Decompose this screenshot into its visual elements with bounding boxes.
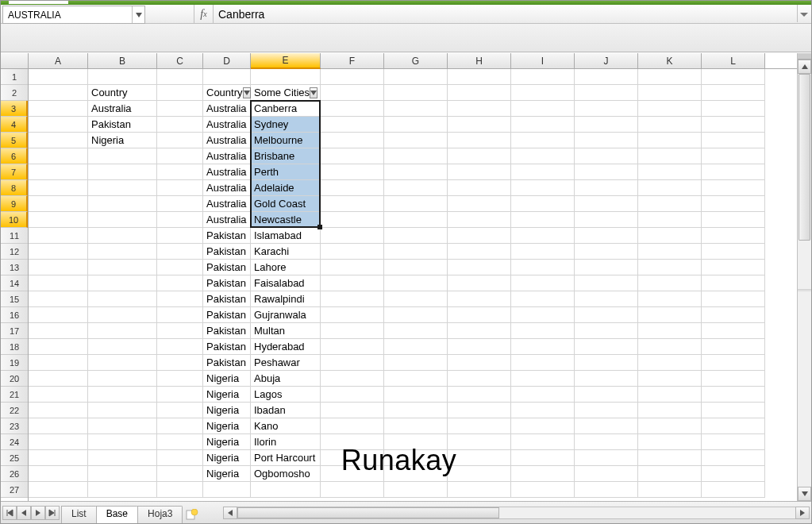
- cell-I12[interactable]: [511, 244, 575, 260]
- cell-E13[interactable]: Lahore: [251, 260, 321, 275]
- split-handle[interactable]: [798, 53, 811, 60]
- fx-icon[interactable]: fx: [194, 5, 214, 23]
- hscroll-track[interactable]: [237, 507, 795, 519]
- cell-B3[interactable]: Australia: [88, 101, 157, 117]
- cell-H16[interactable]: [448, 307, 511, 323]
- cell-L11[interactable]: [702, 228, 765, 244]
- cell-L2[interactable]: [702, 85, 765, 101]
- cell-H12[interactable]: [448, 244, 511, 260]
- cell-H23[interactable]: [448, 418, 511, 434]
- cell-E4[interactable]: Sydney: [251, 117, 321, 133]
- cell-I14[interactable]: [511, 275, 575, 291]
- scroll-down-button[interactable]: [798, 487, 811, 501]
- cell-F8[interactable]: [321, 180, 384, 196]
- cell-E1[interactable]: [251, 69, 321, 85]
- cell-E11[interactable]: Islamabad: [251, 228, 321, 244]
- cell-C14[interactable]: [157, 275, 203, 291]
- cell-K11[interactable]: [638, 228, 702, 244]
- cell-H13[interactable]: [448, 260, 511, 275]
- cell-D12[interactable]: Pakistan: [203, 244, 251, 260]
- cell-J2[interactable]: [575, 85, 638, 101]
- cell-H6[interactable]: [448, 148, 511, 164]
- cell-G10[interactable]: [384, 212, 448, 228]
- cell-G2[interactable]: [384, 85, 448, 101]
- cell-H25[interactable]: [448, 450, 511, 466]
- row-head-2[interactable]: 2: [1, 85, 28, 101]
- cell-I9[interactable]: [511, 196, 575, 212]
- cell-C18[interactable]: [157, 339, 203, 355]
- cell-A10[interactable]: [29, 212, 88, 228]
- cell-E5[interactable]: Melbourne: [251, 133, 321, 148]
- filter-button-D[interactable]: [243, 87, 251, 98]
- cell-J19[interactable]: [575, 355, 638, 371]
- cell-E12[interactable]: Karachi: [251, 244, 321, 260]
- cell-B5[interactable]: Nigeria: [88, 133, 157, 148]
- first-sheet-button[interactable]: [2, 506, 17, 520]
- cell-L8[interactable]: [702, 180, 765, 196]
- cell-I16[interactable]: [511, 307, 575, 323]
- cell-L7[interactable]: [702, 164, 765, 180]
- cell-F15[interactable]: [321, 291, 384, 307]
- cell-K26[interactable]: [638, 466, 702, 482]
- cell-I8[interactable]: [511, 180, 575, 196]
- cell-I21[interactable]: [511, 387, 575, 403]
- cell-G22[interactable]: [384, 403, 448, 418]
- col-head-E[interactable]: E: [251, 53, 321, 69]
- cell-B8[interactable]: [88, 180, 157, 196]
- cell-D21[interactable]: Nigeria: [203, 387, 251, 403]
- cell-G19[interactable]: [384, 355, 448, 371]
- cell-J5[interactable]: [575, 133, 638, 148]
- name-box[interactable]: AUSTRALIA: [2, 6, 145, 24]
- cell-D25[interactable]: Nigeria: [203, 450, 251, 466]
- name-box-value[interactable]: AUSTRALIA: [3, 10, 132, 21]
- cell-J27[interactable]: [575, 482, 638, 498]
- cell-J7[interactable]: [575, 164, 638, 180]
- cell-D7[interactable]: Australia: [203, 164, 251, 180]
- cell-A27[interactable]: [29, 482, 88, 498]
- cell-D5[interactable]: Australia: [203, 133, 251, 148]
- row-head-5[interactable]: 5: [1, 133, 28, 148]
- cell-I17[interactable]: [511, 323, 575, 339]
- row-head-22[interactable]: 22: [1, 403, 28, 418]
- cell-B6[interactable]: [88, 148, 157, 164]
- cell-G7[interactable]: [384, 164, 448, 180]
- cell-A1[interactable]: [29, 69, 88, 85]
- cell-I11[interactable]: [511, 228, 575, 244]
- cell-F1[interactable]: [321, 69, 384, 85]
- cell-A7[interactable]: [29, 164, 88, 180]
- cell-L6[interactable]: [702, 148, 765, 164]
- cell-I15[interactable]: [511, 291, 575, 307]
- cell-B16[interactable]: [88, 307, 157, 323]
- row-head-12[interactable]: 12: [1, 244, 28, 260]
- col-head-H[interactable]: H: [448, 53, 511, 68]
- cell-G20[interactable]: [384, 371, 448, 387]
- cell-L17[interactable]: [702, 323, 765, 339]
- cell-E17[interactable]: Multan: [251, 323, 321, 339]
- cell-F21[interactable]: [321, 387, 384, 403]
- cell-F4[interactable]: [321, 117, 384, 133]
- row-head-8[interactable]: 8: [1, 180, 28, 196]
- cell-B7[interactable]: [88, 164, 157, 180]
- cell-K18[interactable]: [638, 339, 702, 355]
- cell-F24[interactable]: [321, 434, 384, 450]
- cell-D16[interactable]: Pakistan: [203, 307, 251, 323]
- cell-G21[interactable]: [384, 387, 448, 403]
- cell-J20[interactable]: [575, 371, 638, 387]
- cell-E6[interactable]: Brisbane: [251, 148, 321, 164]
- cell-A16[interactable]: [29, 307, 88, 323]
- cell-C23[interactable]: [157, 418, 203, 434]
- formula-input[interactable]: Canberra: [214, 5, 811, 23]
- cell-D10[interactable]: Australia: [203, 212, 251, 228]
- cell-I1[interactable]: [511, 69, 575, 85]
- cell-L3[interactable]: [702, 101, 765, 117]
- cell-C5[interactable]: [157, 133, 203, 148]
- cell-L9[interactable]: [702, 196, 765, 212]
- cell-D11[interactable]: Pakistan: [203, 228, 251, 244]
- cell-K22[interactable]: [638, 403, 702, 418]
- cell-F12[interactable]: [321, 244, 384, 260]
- cell-H3[interactable]: [448, 101, 511, 117]
- cell-C3[interactable]: [157, 101, 203, 117]
- row-head-13[interactable]: 13: [1, 260, 28, 275]
- cell-G24[interactable]: [384, 434, 448, 450]
- cell-B25[interactable]: [88, 450, 157, 466]
